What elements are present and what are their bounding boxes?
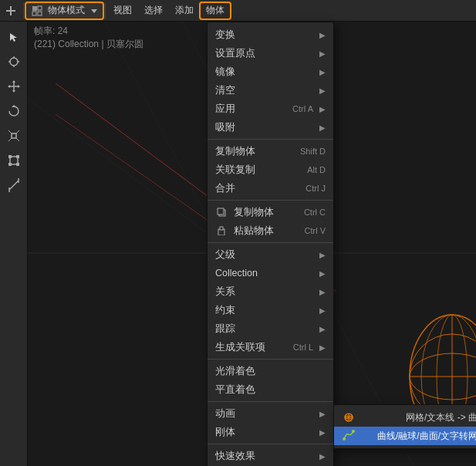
apply-arrow: ▶ [319,105,326,113]
menu-item-make-links[interactable]: 生成关联项 Ctrl L ▶ [208,338,333,356]
select-label: 选择 [144,4,163,17]
duplicate-shortcut: Shift D [300,147,326,156]
rigid-body-arrow: ▶ [319,428,326,437]
parent-arrow: ▶ [319,251,326,259]
menu-item-quick-effects[interactable]: 快速效果 ▶ [208,447,333,465]
svg-point-56 [352,430,355,433]
svg-marker-21 [91,9,97,13]
menu-item-rigid-body[interactable]: 刚体 ▶ [208,423,333,441]
add-icon-btn[interactable] [0,2,22,19]
add-menu-btn[interactable]: 添加 [169,2,200,19]
mirror-arrow: ▶ [319,68,326,76]
menu-item-duplicate[interactable]: 复制物体 Shift D [208,142,333,160]
transform-label: 变换 [215,29,235,42]
mirror-label: 镜像 [215,66,235,79]
collection-label: Collection [215,268,258,279]
menu-item-flat-shade[interactable]: 平直着色 [208,380,333,399]
separator-1 [23,3,24,19]
move-icon[interactable] [3,76,25,97]
svg-marker-30 [12,90,15,93]
separator-2 [105,3,106,19]
menu-item-track[interactable]: 跟踪 ▶ [208,319,333,338]
svg-rect-19 [32,12,36,15]
top-toolbar: 物体模式 视图 选择 添加 物体 [0,0,476,22]
clear-arrow: ▶ [319,86,326,95]
svg-marker-29 [12,80,15,83]
relations-label: 关系 [215,285,235,299]
menu-item-constraints[interactable]: 约束 ▶ [208,301,333,319]
flat-shade-label: 平直着色 [215,383,255,397]
menu-item-join[interactable]: 合并 Ctrl J [208,179,333,198]
svg-marker-31 [8,85,10,88]
left-sidebar [0,22,28,466]
copy-label: 复制物体 [234,206,274,219]
rigid-body-label: 刚体 [215,426,235,439]
menu-item-mirror[interactable]: 镜像 ▶ [208,62,333,81]
submenu-item-curve-to-mesh[interactable]: 曲线/融球/曲面/文字转网格 [334,427,476,445]
menu-item-transform[interactable]: 变换 ▶ [208,25,333,44]
convert-submenu: 网格/文本线 -> 曲线 曲线/融球/曲面/文字转网格 [333,404,476,449]
select-menu-btn[interactable]: 选择 [138,2,169,19]
collection-arrow: ▶ [319,269,326,278]
make-links-label: 生成关联项 [215,341,265,354]
apply-shortcut: Ctrl A [292,104,313,113]
quick-effects-arrow: ▶ [319,452,326,461]
relations-arrow: ▶ [319,288,326,296]
menu-item-snap[interactable]: 吸附 ▶ [208,118,333,137]
object-menu-btn[interactable]: 物体 [200,2,231,19]
duplicate-label: 复制物体 [215,145,255,158]
set-origin-arrow: ▶ [319,49,326,58]
mesh-icon [342,410,356,424]
separator-f [208,444,333,444]
svg-rect-48 [218,208,224,214]
menu-item-parent[interactable]: 父级 ▶ [208,245,333,264]
menu-item-paste[interactable]: 粘贴物体 Ctrl V [208,221,333,240]
menu-item-linked-duplicate[interactable]: 关联复制 Alt D [208,160,333,179]
svg-rect-17 [32,6,37,11]
copy-shortcut: Ctrl C [304,208,326,217]
svg-rect-34 [12,133,16,138]
svg-rect-43 [16,163,19,166]
view-menu-btn[interactable]: 视图 [107,2,138,19]
separator-d [208,359,333,360]
rotate-icon[interactable] [3,100,25,122]
svg-point-55 [343,437,346,441]
svg-line-44 [9,181,19,190]
menu-item-copy[interactable]: 复制物体 Ctrl C [208,203,333,221]
submenu-item-mesh-to-curve[interactable]: 网格/文本线 -> 曲线 [334,408,476,427]
cursor-icon[interactable] [3,51,25,73]
paste-label: 粘贴物体 [234,225,274,238]
separator-a [208,139,333,140]
svg-rect-40 [8,155,12,158]
transform-icon[interactable] [3,150,25,171]
constraints-label: 约束 [215,304,235,317]
svg-rect-50 [220,227,223,230]
make-links-shortcut: Ctrl L [293,343,313,352]
constraints-arrow: ▶ [319,306,326,315]
track-label: 跟踪 [215,322,235,336]
copy-icon [215,206,228,218]
menu-item-collection[interactable]: Collection ▶ [208,264,333,282]
mode-selector[interactable]: 物体模式 [25,2,103,19]
separator-b [208,200,333,201]
svg-marker-32 [18,85,20,88]
select-tool-icon[interactable] [3,26,25,48]
svg-line-38 [16,138,19,141]
animation-label: 动画 [215,407,235,420]
svg-line-36 [16,130,19,133]
menu-item-relations[interactable]: 关系 ▶ [208,282,333,301]
measure-icon[interactable] [3,174,25,196]
menu-item-apply[interactable]: 应用 Ctrl A ▶ [208,100,333,118]
menu-item-smooth-shade[interactable]: 光滑着色 [208,362,333,380]
menu-item-set-origin[interactable]: 设置原点 ▶ [208,44,333,62]
linked-dup-label: 关联复制 [215,164,255,177]
separator-c [208,242,333,243]
snap-arrow: ▶ [319,123,326,132]
animation-arrow: ▶ [319,410,326,418]
menu-item-animation[interactable]: 动画 ▶ [208,404,333,423]
parent-label: 父级 [215,248,235,262]
svg-rect-42 [8,163,12,166]
menu-item-clear[interactable]: 清空 ▶ [208,81,333,100]
track-arrow: ▶ [319,325,326,333]
scale-icon[interactable] [3,125,25,147]
